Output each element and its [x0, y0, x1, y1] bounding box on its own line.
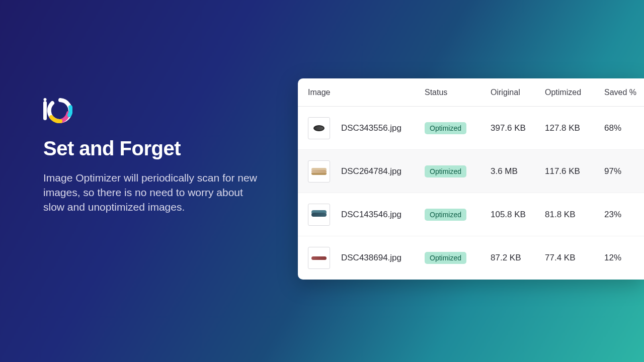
table-row: DSC264784.jpg Optimized 3.6 MB 117.6 KB … [298, 150, 644, 193]
image-thumbnail-icon [308, 117, 330, 139]
image-thumbnail-icon [308, 247, 330, 269]
optimized-size: 81.8 KB [545, 210, 604, 220]
status-badge: Optimized [425, 122, 466, 134]
col-header-status: Status [425, 88, 491, 97]
image-thumbnail-icon [308, 204, 330, 226]
svg-point-1 [44, 98, 47, 101]
optimized-size: 117.6 KB [545, 166, 604, 176]
col-header-original: Oiriginal [491, 88, 545, 97]
saved-percent: 23% [604, 210, 644, 220]
col-header-saved: Saved % [604, 88, 644, 97]
filename: DSC438694.jpg [341, 253, 401, 263]
optimized-size: 127.8 KB [545, 123, 604, 133]
table-row: DSC438694.jpg Optimized 87.2 KB 77.4 KB … [298, 236, 644, 280]
col-header-image: Image [308, 88, 425, 97]
app-logo-icon [43, 98, 72, 123]
original-size: 87.2 KB [491, 253, 545, 263]
filename: DSC264784.jpg [341, 166, 401, 176]
table-row: DSC343556.jpg Optimized 397.6 KB 127.8 K… [298, 107, 644, 150]
status-badge: Optimized [425, 165, 466, 177]
original-size: 105.8 KB [491, 210, 545, 220]
optimized-size: 77.4 KB [545, 253, 604, 263]
col-header-optimized: Optimized [545, 88, 604, 97]
promo-left-pane: Set and Forget Image Optimizer will peri… [43, 98, 265, 215]
status-badge: Optimized [425, 252, 466, 264]
optimization-table: Image Status Oiriginal Optimized Saved %… [298, 78, 644, 280]
original-size: 3.6 MB [491, 166, 545, 176]
status-badge: Optimized [425, 209, 466, 221]
saved-percent: 97% [604, 166, 644, 176]
filename: DSC143546.jpg [341, 210, 401, 220]
filename: DSC343556.jpg [341, 123, 401, 133]
original-size: 397.6 KB [491, 123, 545, 133]
table-header-row: Image Status Oiriginal Optimized Saved % [298, 78, 644, 107]
promo-heading: Set and Forget [43, 137, 265, 160]
svg-rect-0 [43, 101, 47, 120]
promo-description: Image Optimizer will periodically scan f… [43, 171, 265, 215]
saved-percent: 68% [604, 123, 644, 133]
table-row: DSC143546.jpg Optimized 105.8 KB 81.8 KB… [298, 193, 644, 236]
saved-percent: 12% [604, 253, 644, 263]
image-thumbnail-icon [308, 160, 330, 183]
